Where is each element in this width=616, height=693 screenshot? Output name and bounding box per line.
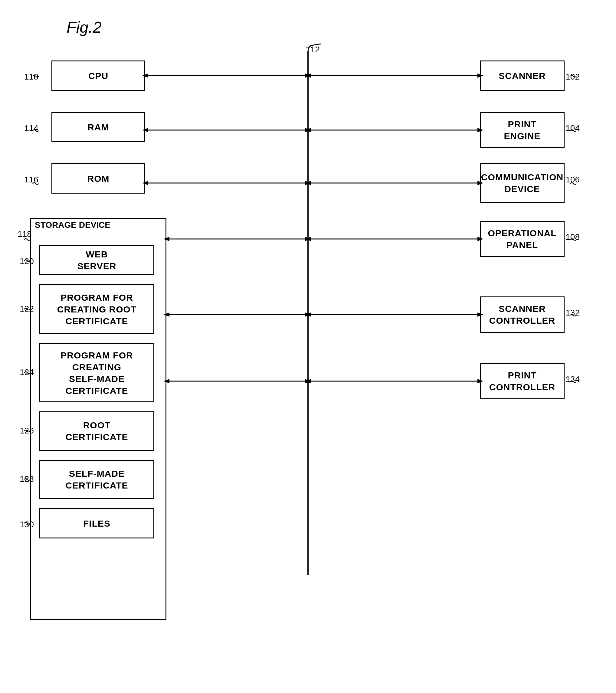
ref-128: 128: [20, 474, 34, 484]
files-box: FILES: [39, 508, 154, 538]
ref-120: 120: [20, 257, 34, 266]
print-engine-box: PRINTENGINE: [480, 112, 564, 148]
figure-title: Fig.2: [66, 18, 102, 36]
ref-126: 126: [20, 426, 34, 436]
svg-marker-36: [305, 379, 311, 383]
self-cert-box: SELF-MADECERTIFICATE: [39, 460, 154, 499]
rom-box: ROM: [52, 163, 145, 194]
ref-104: 104: [565, 123, 580, 133]
scanner-ctrl-box: SCANNERCONTROLLER: [480, 296, 564, 333]
prog-self-cert-box: PROGRAM FORCREATINGSELF-MADECERTIFICATE: [39, 343, 154, 402]
prog-root-cert-box: PROGRAM FORCREATING ROOTCERTIFICATE: [39, 284, 154, 334]
ref-106: 106: [565, 175, 580, 184]
svg-marker-12: [305, 128, 311, 132]
svg-marker-30: [305, 313, 311, 317]
scanner-box: SCANNER: [480, 60, 564, 91]
ref-134: 134: [565, 375, 580, 384]
ref-122: 122: [20, 304, 34, 314]
ref-130: 130: [20, 520, 34, 529]
storage-device-label: STORAGE DEVICE: [32, 219, 113, 232]
svg-marker-15: [305, 181, 311, 185]
ram-box: RAM: [52, 112, 145, 142]
ref-118: 118: [18, 229, 32, 239]
root-cert-box: ROOTCERTIFICATE: [39, 411, 154, 451]
print-ctrl-box: PRINTCONTROLLER: [480, 363, 564, 399]
ref-114: 114: [24, 123, 38, 133]
ref-110: 110: [24, 72, 38, 82]
web-server-box: WEBSERVER: [39, 245, 154, 275]
svg-marker-21: [305, 237, 311, 241]
ref-102: 102: [565, 72, 580, 82]
ref-124: 124: [20, 368, 34, 377]
svg-marker-6: [305, 74, 311, 78]
cpu-box: CPU: [52, 60, 145, 91]
svg-marker-24: [305, 237, 311, 241]
svg-marker-33: [305, 379, 311, 383]
comm-device-box: COMMUNICATIONDEVICE: [480, 163, 564, 203]
ref-116: 116: [24, 175, 38, 184]
ref-112: 112: [306, 45, 320, 55]
ref-108: 108: [565, 232, 580, 242]
svg-marker-27: [305, 313, 311, 317]
svg-marker-9: [305, 128, 311, 132]
svg-marker-18: [305, 181, 311, 185]
ref-132: 132: [565, 308, 580, 318]
op-panel-box: OPERATIONALPANEL: [480, 221, 564, 257]
svg-marker-3: [305, 74, 311, 78]
